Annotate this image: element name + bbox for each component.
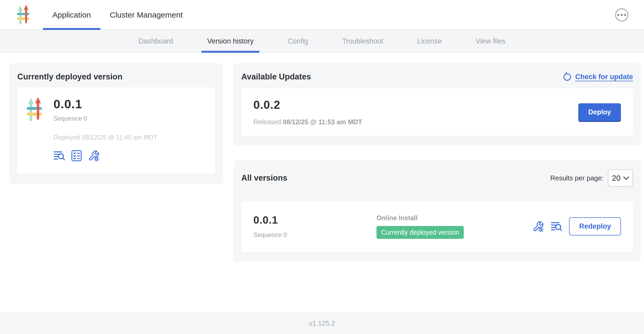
results-per-page: Results per page: 20 [550, 169, 633, 187]
version-row-info: 0.0.1 Sequence 0 [253, 214, 376, 239]
footer: v1.125.2 [0, 313, 644, 334]
subnav-item-troubleshoot[interactable]: Troubleshoot [336, 30, 389, 52]
current-version-title: Currently deployed version [17, 72, 215, 82]
admin-console-page: Application Cluster Management Dashboard… [0, 0, 644, 334]
available-updates-panel: Available Updates Check for update [233, 63, 641, 146]
release-diff-icon[interactable] [551, 221, 562, 232]
subnav-dashboard-label: Dashboard [139, 37, 173, 45]
current-version-panel: Currently deployed version 0.0.1 Sequenc… [9, 63, 223, 184]
subnav-item-version-history[interactable]: Version history [201, 30, 259, 52]
current-version-details: 0.0.1 Sequence 0 Deployed 08/12/25 @ 11:… [53, 97, 157, 164]
app-logo-icon [15, 5, 32, 25]
main-content: Currently deployed version 0.0.1 Sequenc… [0, 53, 644, 287]
all-versions-title: All versions [241, 173, 287, 183]
subnav-version-history-label: Version history [207, 37, 254, 45]
ellipsis-icon [624, 14, 626, 16]
version-row: 0.0.1 Sequence 0 Online Install Currentl… [241, 201, 633, 252]
current-version-sequence: Sequence 0 [53, 115, 157, 122]
ellipsis-icon [617, 14, 619, 16]
preflight-checklist-icon[interactable] [71, 150, 82, 161]
released-date: 08/12/25 @ 11:53 am MDT [283, 118, 362, 126]
console-version-label: v1.125.2 [309, 319, 335, 327]
content-spacer [0, 287, 644, 313]
app-sub-nav: Dashboard Version history Config Trouble… [0, 30, 644, 53]
top-nav-tabs: Application Cluster Management [43, 0, 192, 30]
available-updates-title: Available Updates [241, 72, 311, 82]
results-per-page-value: 20 [612, 174, 620, 182]
app-logo-icon [27, 97, 42, 122]
results-per-page-label: Results per page: [550, 174, 604, 182]
all-versions-panel: All versions Results per page: 20 0.0 [233, 160, 641, 262]
subnav-item-config[interactable]: Config [282, 30, 314, 52]
available-updates-header: Available Updates Check for update [241, 72, 633, 82]
redeploy-button[interactable]: Redeploy [569, 217, 621, 235]
edit-config-wrench-gear-icon[interactable] [532, 221, 544, 232]
tab-cluster-management-label: Cluster Management [110, 10, 183, 19]
subnav-troubleshoot-label: Troubleshoot [342, 37, 383, 45]
release-diff-icon[interactable] [53, 150, 65, 161]
install-type-label: Online Install [376, 214, 532, 222]
tab-cluster-management[interactable]: Cluster Management [100, 0, 192, 30]
version-row-status: Online Install Currently deployed versio… [376, 214, 532, 239]
update-details: 0.0.2 Released 08/12/25 @ 11:53 am MDT [253, 98, 362, 126]
update-released-timestamp: Released 08/12/25 @ 11:53 am MDT [253, 118, 362, 126]
subnav-license-label: License [417, 37, 442, 45]
version-row-actions: Redeploy [532, 217, 621, 235]
released-prefix: Released [253, 118, 283, 126]
overflow-menu-button[interactable] [615, 8, 628, 21]
row-version-number: 0.0.1 [253, 214, 376, 226]
update-version-number: 0.0.2 [253, 98, 362, 111]
current-version-deployed-timestamp: Deployed 08/12/25 @ 11:40 am MDT [53, 134, 157, 141]
check-for-update-link[interactable]: Check for update [563, 72, 633, 82]
subnav-config-label: Config [288, 37, 308, 45]
all-versions-header: All versions Results per page: 20 [241, 169, 633, 187]
edit-config-wrench-gear-icon[interactable] [88, 150, 100, 161]
row-version-sequence: Sequence 0 [253, 231, 376, 239]
current-version-card: 0.0.1 Sequence 0 Deployed 08/12/25 @ 11:… [17, 87, 215, 174]
chevron-down-icon [623, 176, 629, 180]
deploy-button[interactable]: Deploy [578, 103, 621, 121]
current-version-actions [53, 150, 157, 161]
tab-application-label: Application [52, 10, 91, 19]
subnav-item-license[interactable]: License [412, 30, 447, 52]
right-column: Available Updates Check for update [233, 63, 641, 262]
results-per-page-select[interactable]: 20 [608, 169, 633, 187]
subnav-item-view-files[interactable]: View files [470, 30, 511, 52]
tab-application[interactable]: Application [43, 0, 100, 30]
available-update-card: 0.0.2 Released 08/12/25 @ 11:53 am MDT D… [241, 88, 633, 136]
top-nav: Application Cluster Management [0, 0, 644, 30]
currently-deployed-badge: Currently deployed version [376, 226, 464, 239]
check-for-update-label: Check for update [575, 73, 633, 81]
ellipsis-icon [621, 14, 623, 16]
subnav-item-dashboard[interactable]: Dashboard [133, 30, 179, 52]
refresh-icon [563, 72, 572, 82]
current-version-number: 0.0.1 [53, 97, 157, 111]
subnav-view-files-label: View files [476, 37, 506, 45]
